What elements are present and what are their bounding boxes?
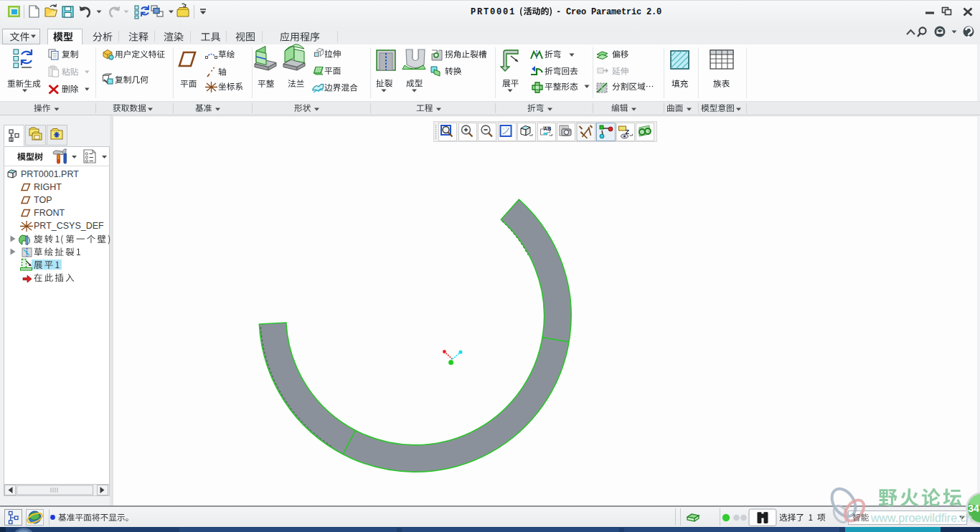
svg-text:AB: AB xyxy=(544,125,552,132)
